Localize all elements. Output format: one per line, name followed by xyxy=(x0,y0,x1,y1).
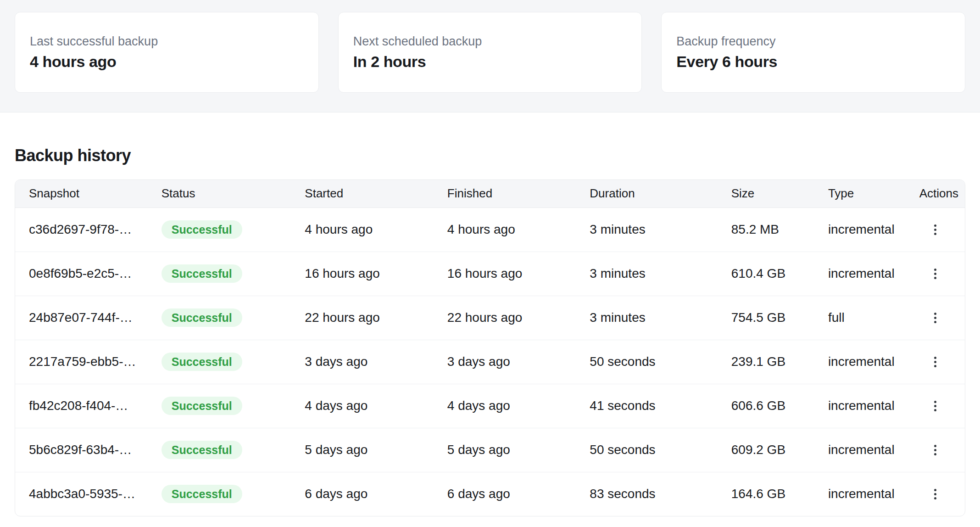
table-row: 0e8f69b5-e2c5-… Successful 16 hours ago … xyxy=(15,252,965,296)
backup-history-table: Snapshot Status Started Finished Duratio… xyxy=(15,179,965,516)
duration-cell: 3 minutes xyxy=(590,252,731,296)
card-label: Backup frequency xyxy=(676,34,950,50)
column-header-started: Started xyxy=(305,180,447,207)
snapshot-id: 4abbc3a0-5935-… xyxy=(15,472,161,516)
finished-cell: 6 days ago xyxy=(447,472,590,516)
row-actions-button[interactable] xyxy=(930,265,940,283)
card-label: Last successful backup xyxy=(30,34,304,50)
kebab-menu-icon xyxy=(934,445,936,447)
row-actions-button[interactable] xyxy=(930,309,940,327)
finished-cell: 16 hours ago xyxy=(447,252,590,296)
row-actions-button[interactable] xyxy=(930,221,940,239)
finished-cell: 3 days ago xyxy=(447,340,590,384)
card-value: Every 6 hours xyxy=(676,52,950,71)
snapshot-id: 5b6c829f-63b4-… xyxy=(15,428,161,472)
size-cell: 606.6 GB xyxy=(731,384,828,428)
column-header-status: Status xyxy=(161,180,305,207)
column-header-actions: Actions xyxy=(917,180,965,207)
column-header-snapshot: Snapshot xyxy=(15,180,161,207)
summary-cards: Last successful backup 4 hours ago Next … xyxy=(0,0,980,112)
started-cell: 22 hours ago xyxy=(305,296,447,340)
column-header-duration: Duration xyxy=(590,180,731,207)
status-badge: Successful xyxy=(161,441,242,459)
size-cell: 239.1 GB xyxy=(731,340,828,384)
row-actions-button[interactable] xyxy=(930,485,940,503)
snapshot-id: 0e8f69b5-e2c5-… xyxy=(15,252,161,296)
duration-cell: 3 minutes xyxy=(590,207,731,252)
summary-card-frequency: Backup frequency Every 6 hours xyxy=(661,12,965,93)
duration-cell: 50 seconds xyxy=(590,428,731,472)
type-cell: full xyxy=(828,296,918,340)
started-cell: 16 hours ago xyxy=(305,252,447,296)
table-row: c36d2697-9f78-… Successful 4 hours ago 4… xyxy=(15,207,965,252)
size-cell: 610.4 GB xyxy=(731,252,828,296)
card-value: In 2 hours xyxy=(353,52,627,71)
table-row: 2217a759-ebb5-… Successful 3 days ago 3 … xyxy=(15,340,965,384)
table-row: 24b87e07-744f-… Successful 22 hours ago … xyxy=(15,296,965,340)
started-cell: 4 days ago xyxy=(305,384,447,428)
table-header-row: Snapshot Status Started Finished Duratio… xyxy=(15,180,965,207)
type-cell: incremental xyxy=(828,472,918,516)
kebab-menu-icon xyxy=(934,401,936,403)
status-badge: Successful xyxy=(161,308,242,327)
started-cell: 4 hours ago xyxy=(305,207,447,252)
status-badge: Successful xyxy=(161,264,242,283)
finished-cell: 5 days ago xyxy=(447,428,590,472)
size-cell: 609.2 GB xyxy=(731,428,828,472)
status-badge: Successful xyxy=(161,353,242,371)
duration-cell: 3 minutes xyxy=(590,296,731,340)
size-cell: 85.2 MB xyxy=(731,207,828,252)
column-header-type: Type xyxy=(828,180,918,207)
status-badge: Successful xyxy=(161,485,242,503)
kebab-menu-icon xyxy=(934,489,936,491)
snapshot-id: c36d2697-9f78-… xyxy=(15,207,161,252)
kebab-menu-icon xyxy=(934,357,936,359)
finished-cell: 4 days ago xyxy=(447,384,590,428)
type-cell: incremental xyxy=(828,207,918,252)
status-badge: Successful xyxy=(161,220,242,239)
snapshot-id: 2217a759-ebb5-… xyxy=(15,340,161,384)
row-actions-button[interactable] xyxy=(930,353,940,371)
duration-cell: 41 seconds xyxy=(590,384,731,428)
table-body: c36d2697-9f78-… Successful 4 hours ago 4… xyxy=(15,207,965,516)
started-cell: 5 days ago xyxy=(305,428,447,472)
duration-cell: 50 seconds xyxy=(590,340,731,384)
finished-cell: 22 hours ago xyxy=(447,296,590,340)
card-label: Next scheduled backup xyxy=(353,34,627,50)
page-title: Backup history xyxy=(15,147,965,164)
table-row: fb42c208-f404-… Successful 4 days ago 4 … xyxy=(15,384,965,428)
row-actions-button[interactable] xyxy=(930,441,940,459)
snapshot-id: 24b87e07-744f-… xyxy=(15,296,161,340)
table-row: 4abbc3a0-5935-… Successful 6 days ago 6 … xyxy=(15,472,965,516)
column-header-size: Size xyxy=(731,180,828,207)
row-actions-button[interactable] xyxy=(930,397,940,415)
type-cell: incremental xyxy=(828,252,918,296)
kebab-menu-icon xyxy=(934,269,936,271)
column-header-finished: Finished xyxy=(447,180,590,207)
type-cell: incremental xyxy=(828,340,918,384)
kebab-menu-icon xyxy=(934,224,936,227)
size-cell: 754.5 GB xyxy=(731,296,828,340)
started-cell: 3 days ago xyxy=(305,340,447,384)
duration-cell: 83 seconds xyxy=(590,472,731,516)
table-row: 5b6c829f-63b4-… Successful 5 days ago 5 … xyxy=(15,428,965,472)
finished-cell: 4 hours ago xyxy=(447,207,590,252)
kebab-menu-icon xyxy=(934,313,936,315)
snapshot-id: fb42c208-f404-… xyxy=(15,384,161,428)
started-cell: 6 days ago xyxy=(305,472,447,516)
card-value: 4 hours ago xyxy=(30,52,304,71)
summary-card-last-backup: Last successful backup 4 hours ago xyxy=(15,12,319,93)
backup-history-section: Backup history Snapshot Status Started F… xyxy=(0,147,980,516)
type-cell: incremental xyxy=(828,384,918,428)
size-cell: 164.6 GB xyxy=(731,472,828,516)
summary-card-next-backup: Next scheduled backup In 2 hours xyxy=(338,12,642,93)
type-cell: incremental xyxy=(828,428,918,472)
status-badge: Successful xyxy=(161,397,242,415)
